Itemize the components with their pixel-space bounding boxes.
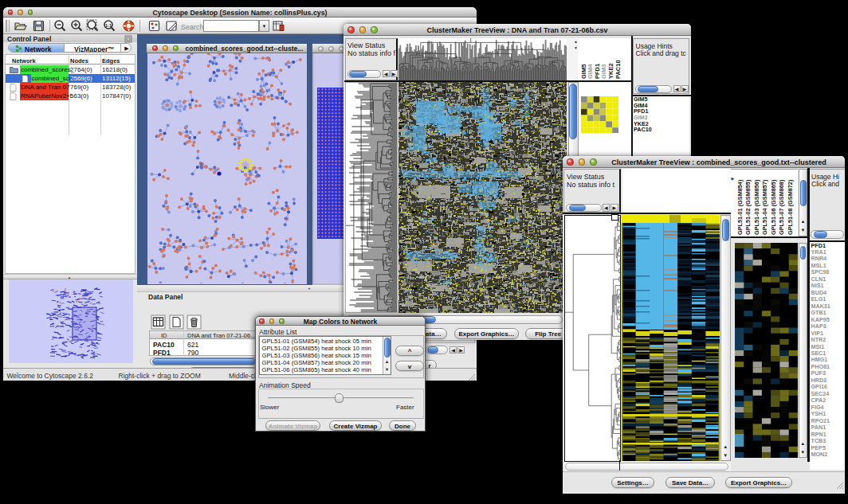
svg-text:GPL51-06 (GSM865): GPL51-06 (GSM865): [770, 179, 777, 235]
svg-text:PAC10: PAC10: [614, 60, 622, 79]
svg-text:1:1: 1:1: [105, 23, 112, 28]
svg-text:GPL51-04 (GSM857): GPL51-04 (GSM857): [761, 179, 768, 235]
svg-text:GPL51-07 (GSM868): GPL51-07 (GSM868): [778, 179, 785, 235]
svg-text:GPL51-02 (GSM855): GPL51-02 (GSM855): [744, 179, 752, 235]
svg-text:GPL51-08 (GSM872): GPL51-08 (GSM872): [787, 179, 794, 235]
svg-text:GPL51-01 (GSM854): GPL51-01 (GSM854): [736, 179, 744, 235]
svg-text:GPL51-03 (GSM856): GPL51-03 (GSM856): [753, 179, 760, 235]
